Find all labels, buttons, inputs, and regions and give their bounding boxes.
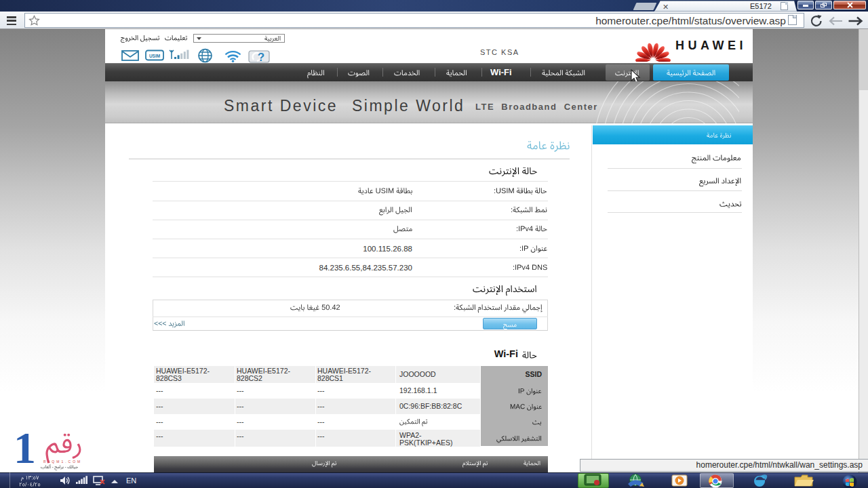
svg-text:USIM: USIM bbox=[149, 54, 160, 58]
svg-text:?: ? bbox=[258, 51, 264, 63]
